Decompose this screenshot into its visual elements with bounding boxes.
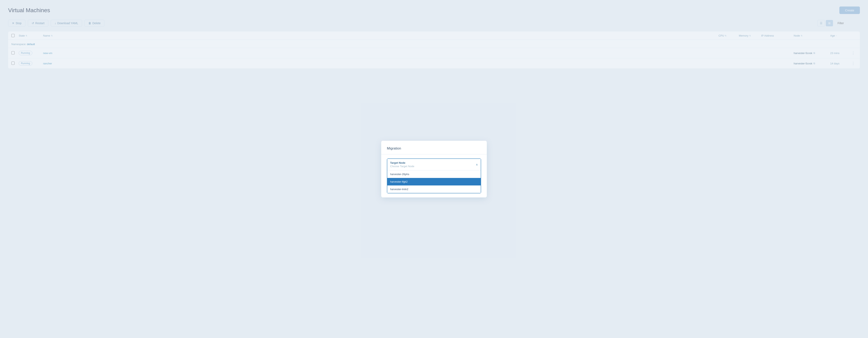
page: Virtual Machines Create ✕ Stop ↺ Restart… [0, 0, 868, 75]
target-node-dropdown[interactable]: Target Node Choose Target Node ∧ harvest… [387, 158, 481, 193]
dialog-title: Migration [387, 147, 481, 151]
migration-dialog: Migration Target Node Choose Target Node… [381, 141, 487, 197]
dialog-divider [381, 154, 487, 154]
dropdown-placeholder: Choose Target Node [390, 165, 414, 168]
dropdown-label: Target Node [390, 161, 414, 164]
option-harvester-lmln2[interactable]: harvester-lmln2 [387, 185, 481, 193]
dropdown-options: harvester-26phs harvester-lfgk2 harveste… [387, 170, 481, 193]
chevron-up-icon: ∧ [476, 163, 478, 166]
option-harvester-26phs[interactable]: harvester-26phs [387, 171, 481, 178]
modal-overlay[interactable]: Migration Target Node Choose Target Node… [0, 0, 868, 338]
dropdown-header[interactable]: Target Node Choose Target Node ∧ [387, 159, 481, 170]
option-harvester-lfgk2[interactable]: harvester-lfgk2 [387, 178, 481, 185]
